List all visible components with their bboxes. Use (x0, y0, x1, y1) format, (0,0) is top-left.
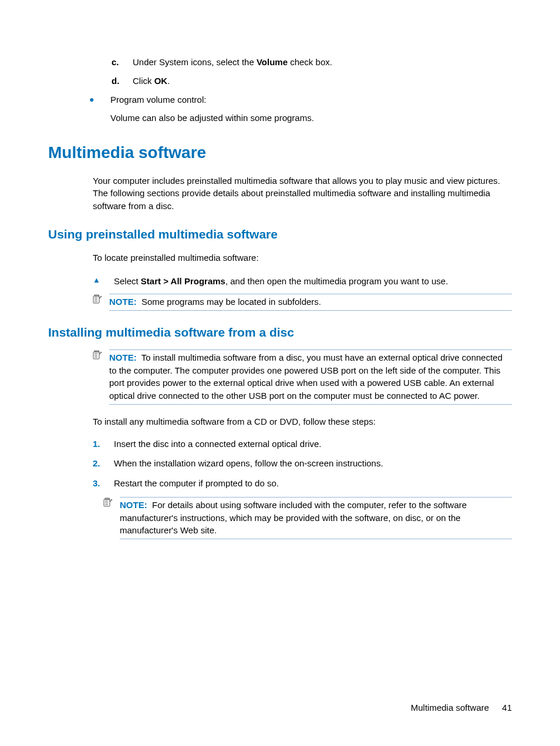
triangle-step-text: Select Start > All Programs, and then op… (114, 275, 448, 288)
footer-title: Multimedia software (411, 703, 489, 713)
substep-text: Under System icons, select the Volume ch… (133, 56, 332, 69)
list-item: 1. Insert the disc into a connected exte… (93, 438, 512, 451)
note-text: For details about using software include… (120, 500, 467, 536)
list-text: Insert the disc into a connected externa… (114, 438, 322, 451)
note-icon (93, 350, 109, 405)
note-block-2: NOTE: To install multimedia software fro… (93, 350, 512, 405)
bullet-icon: ● (89, 93, 110, 106)
substep-list: c. Under System icons, select the Volume… (112, 56, 512, 88)
page-footer: Multimedia software 41 (411, 701, 512, 714)
bullet-text: Program volume control: (110, 93, 512, 106)
list-text: When the installation wizard opens, foll… (114, 457, 383, 470)
note-icon (103, 497, 120, 539)
triangle-icon: ▲ (93, 275, 114, 288)
list-item: 3. Restart the computer if prompted to d… (93, 477, 512, 490)
list-number: 3. (93, 477, 114, 490)
list-item: 2. When the installation wizard opens, f… (93, 457, 512, 470)
bullet-subtext: Volume can also be adjusted within some … (110, 112, 512, 125)
triangle-step: ▲ Select Start > All Programs, and then … (93, 275, 512, 288)
note-text: To install multimedia software from a di… (109, 352, 502, 401)
bullet-item: ● Program volume control: (89, 93, 512, 106)
heading-using-preinstalled: Using preinstalled multimedia software (48, 226, 512, 243)
note-body: NOTE: For details about using software i… (120, 497, 512, 539)
page-number: 41 (502, 703, 512, 713)
note-label: NOTE: (109, 352, 137, 362)
note-icon (93, 294, 109, 311)
substep-letter: c. (112, 56, 133, 69)
note-body: NOTE: Some programs may be located in su… (109, 294, 512, 311)
substep-c: c. Under System icons, select the Volume… (112, 56, 512, 69)
note-label: NOTE: (120, 500, 147, 510)
heading-multimedia-software: Multimedia software (48, 141, 512, 165)
heading-installing-from-disc: Installing multimedia software from a di… (48, 324, 512, 341)
substep-letter: d. (112, 75, 133, 88)
note-body: NOTE: To install multimedia software fro… (109, 350, 512, 405)
intro-paragraph: Your computer includes preinstalled mult… (93, 174, 512, 213)
list-number: 1. (93, 438, 114, 451)
numbered-list: 1. Insert the disc into a connected exte… (93, 438, 512, 490)
bullet-list: ● Program volume control: (89, 93, 512, 106)
substep-d: d. Click OK. (112, 75, 512, 88)
locate-text: To locate preinstalled multimedia softwa… (93, 251, 512, 264)
list-text: Restart the computer if prompted to do s… (114, 477, 279, 490)
note-block-1: NOTE: Some programs may be located in su… (93, 294, 512, 311)
substep-text: Click OK. (133, 75, 170, 88)
note-block-3: NOTE: For details about using software i… (103, 497, 512, 539)
install-intro: To install any multimedia software from … (93, 415, 512, 428)
list-number: 2. (93, 457, 114, 470)
note-label: NOTE: (109, 297, 137, 307)
note-text: Some programs may be located in subfolde… (141, 297, 321, 307)
